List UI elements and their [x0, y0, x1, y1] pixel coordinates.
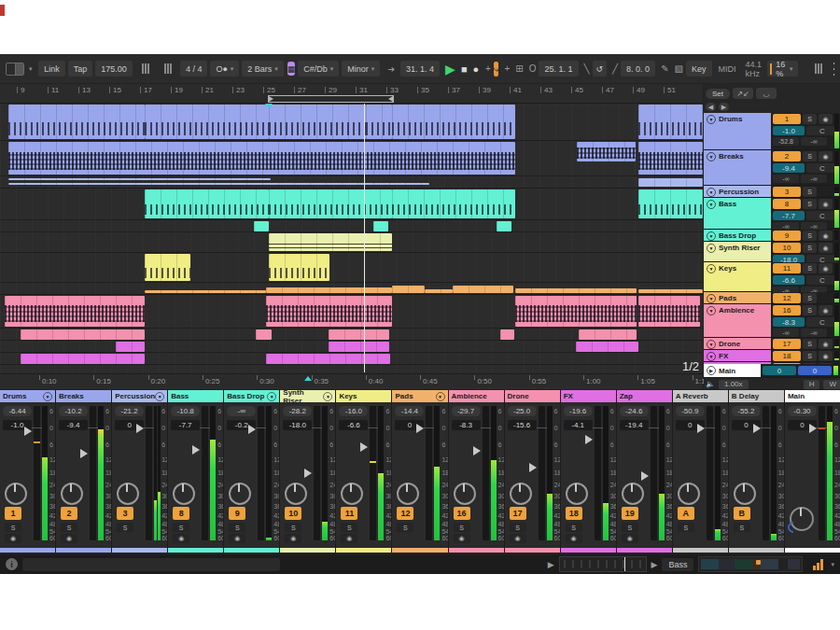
chevron-down-icon[interactable]: ▾ — [831, 561, 834, 568]
solo-button[interactable]: S — [803, 305, 817, 315]
pane-toggle[interactable]: ▾ — [0, 61, 36, 77]
solo-button[interactable]: S — [803, 339, 817, 349]
new-midi-button[interactable]: + — [485, 63, 491, 74]
mixer-strip-ambience[interactable]: Ambience-29.7-8.360612182430364248546016… — [449, 390, 504, 553]
mixer-strip-bass[interactable]: Bass-10.8-7.76061218243036424854608S◉ — [168, 390, 223, 553]
track-pan-field[interactable]: C — [806, 163, 838, 173]
fader-track[interactable] — [90, 406, 96, 540]
solo-button[interactable]: S — [397, 523, 413, 532]
solo-button[interactable]: S — [341, 523, 357, 532]
mixer-strip-header[interactable]: B Delay — [729, 390, 784, 402]
bar-ruler[interactable]: 9111315171921232527293133353739414345474… — [0, 84, 703, 104]
track-number-badge[interactable]: 1 — [5, 507, 21, 520]
arm-button[interactable]: ◉ — [229, 534, 245, 543]
clip[interactable] — [116, 342, 145, 352]
track-number-badge[interactable]: 18 — [566, 507, 582, 520]
clip[interactable] — [638, 296, 700, 327]
arm-button[interactable]: ◉ — [5, 534, 21, 543]
fader-value-field[interactable]: -8.3 — [452, 420, 481, 430]
scale-name-menu[interactable]: Minor▾ — [342, 61, 380, 77]
loop-start-field[interactable]: 25. 1. 1 — [539, 61, 578, 77]
clip[interactable] — [577, 142, 636, 161]
track-number-badge[interactable]: 2 — [61, 507, 77, 520]
arm-button[interactable]: ◉ — [819, 199, 833, 209]
fader-track[interactable] — [763, 406, 769, 540]
solo-button[interactable]: S — [803, 351, 817, 361]
fold-icon[interactable]: ▼ — [707, 340, 716, 349]
fader-track[interactable] — [651, 406, 657, 540]
lock-envelopes-button[interactable]: ◡ — [756, 88, 777, 99]
fader-track[interactable] — [539, 406, 545, 540]
fader-track[interactable] — [483, 406, 489, 540]
device-chain-preview[interactable] — [698, 556, 803, 572]
solo-button[interactable]: S — [803, 199, 817, 209]
fold-icon[interactable]: ▶ — [707, 366, 716, 375]
loop-brace[interactable] — [268, 95, 394, 103]
menu-hamburger-icon[interactable] — [833, 63, 834, 76]
fader-value-field[interactable]: -7.7 — [171, 420, 200, 430]
fader-track[interactable] — [426, 406, 432, 540]
arm-button[interactable]: ◉ — [819, 151, 833, 161]
fader-track[interactable] — [370, 406, 376, 540]
play-button[interactable]: ▶ — [445, 62, 455, 77]
track-number-badge[interactable]: 16 — [454, 507, 470, 520]
clip[interactable] — [366, 105, 392, 139]
clip[interactable] — [515, 288, 637, 293]
punch-out-button[interactable]: ╱ — [612, 63, 618, 74]
clip[interactable] — [266, 296, 392, 327]
track-number-badge[interactable]: 12 — [397, 507, 413, 520]
metronome-button[interactable]: O●▾ — [210, 61, 239, 77]
computer-midi-keyboard-button[interactable]: ▧ — [675, 63, 683, 74]
prev-marker-button[interactable]: ◀ — [706, 103, 716, 111]
clip[interactable] — [254, 221, 269, 231]
fold-icon[interactable]: ▼ — [43, 392, 52, 401]
arrangement-overview-play-icon[interactable]: ▶ — [548, 560, 554, 569]
mixer-strip-header[interactable]: Bass — [168, 390, 223, 402]
clip[interactable] — [269, 189, 392, 218]
clip[interactable] — [269, 233, 392, 251]
mixer-strip-header[interactable]: FX — [561, 390, 616, 402]
track-header-drone[interactable]: ▼Drone17S◉ — [704, 338, 840, 350]
mixer-strip-header[interactable]: Drums▼ — [0, 390, 55, 402]
mixer-strip-header[interactable]: Pads▼ — [392, 390, 447, 402]
fold-icon[interactable]: ▼ — [707, 200, 716, 209]
pan-knob[interactable] — [454, 483, 476, 505]
track-number-badge[interactable]: 10 — [773, 243, 801, 253]
fader-handle[interactable] — [416, 424, 424, 433]
solo-button[interactable]: S — [734, 523, 750, 532]
solo-button[interactable]: S — [803, 187, 817, 197]
track-header-percussion[interactable]: ▼Percussion3S — [704, 186, 840, 198]
track-number-badge[interactable]: 1 — [773, 114, 801, 124]
track-number-badge[interactable]: 3 — [117, 507, 133, 520]
mixer-toggle-icon[interactable] — [808, 61, 829, 77]
capture-midi-button[interactable]: O — [529, 63, 537, 74]
automation-arm-button[interactable]: ⤷ — [494, 62, 499, 77]
solo-button[interactable]: S — [5, 523, 21, 532]
clip[interactable] — [266, 287, 392, 293]
clip[interactable] — [256, 329, 272, 340]
track-number-badge[interactable]: 11 — [341, 507, 357, 520]
fader-track[interactable] — [595, 406, 601, 540]
track-number-badge[interactable]: 8 — [173, 507, 189, 520]
mixer-strip-header[interactable]: Drone — [505, 390, 560, 402]
clip[interactable] — [145, 254, 190, 281]
main-pan-field[interactable]: 0 — [798, 366, 832, 375]
clip[interactable] — [497, 221, 511, 231]
fader-value-field[interactable]: -19.4 — [620, 420, 649, 430]
track-number-badge[interactable]: 8 — [773, 199, 801, 209]
clip[interactable] — [5, 296, 145, 327]
pan-knob[interactable] — [397, 483, 419, 505]
track-header-fx[interactable]: ▼FX18S◉ — [704, 350, 840, 362]
fold-icon[interactable]: ▼ — [707, 352, 716, 361]
clip[interactable] — [638, 189, 703, 218]
quantize-menu[interactable]: 2 Bars▾ — [242, 61, 284, 77]
solo-button[interactable]: S — [454, 523, 470, 532]
arrangement-overview[interactable] — [559, 556, 647, 572]
track-number-badge[interactable]: B — [734, 507, 750, 520]
track-volume-field[interactable]: -8.3 — [773, 317, 805, 327]
solo-button[interactable]: S — [285, 523, 301, 532]
set-button[interactable]: Set — [706, 89, 730, 99]
zoom-width-button[interactable]: W — [823, 380, 840, 389]
track-lane-percussion[interactable] — [0, 176, 703, 189]
record-button[interactable]: ● — [473, 63, 480, 75]
